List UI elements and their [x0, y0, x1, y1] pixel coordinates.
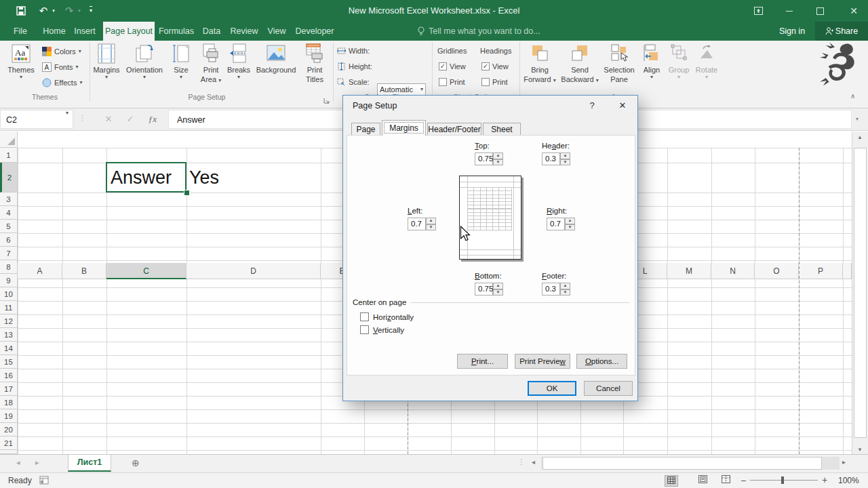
tab-developer[interactable]: Developer: [293, 22, 336, 41]
gridlines-print-checkbox[interactable]: Print: [439, 75, 465, 89]
dialog-tab-margins[interactable]: Margins: [382, 120, 426, 136]
row-header-11[interactable]: 11: [0, 301, 18, 314]
zoom-slider-thumb[interactable]: [781, 476, 784, 484]
breaks-button[interactable]: Breaks ▾: [224, 42, 253, 80]
fill-handle[interactable]: [184, 190, 190, 196]
print-button[interactable]: Print...: [457, 354, 508, 369]
bottom-margin-spin-buttons[interactable]: ▲▼: [493, 283, 503, 296]
header-margin-spin-buttons[interactable]: ▲▼: [560, 152, 570, 165]
row-header-2[interactable]: 2: [0, 163, 18, 192]
scroll-up-icon[interactable]: ▲: [854, 134, 865, 140]
row-header-7[interactable]: 7: [0, 247, 18, 260]
sheet-nav-right-icon[interactable]: ▸: [35, 458, 39, 467]
page-break-view-icon[interactable]: [719, 475, 732, 487]
orientation-button[interactable]: Orientation ▾: [125, 42, 163, 80]
footer-margin-spin-buttons[interactable]: ▲▼: [560, 283, 570, 296]
gridlines-view-checkbox[interactable]: ✓View: [439, 59, 466, 74]
vertical-scroll-thumb[interactable]: [854, 148, 867, 438]
scroll-down-icon[interactable]: ▼: [854, 447, 865, 453]
rotate-button[interactable]: Rotate ▾: [693, 42, 720, 80]
row-header-12[interactable]: 12: [0, 314, 18, 328]
row-header-15[interactable]: 15: [0, 355, 18, 369]
effects-button[interactable]: Effects▾: [42, 75, 82, 90]
tab-scrollbar-splitter[interactable]: ⋮: [518, 458, 524, 466]
maximize-button[interactable]: [808, 0, 832, 22]
hscroll-right-icon[interactable]: ▸: [842, 458, 846, 466]
dialog-title-bar[interactable]: Page Setup ? ✕: [343, 96, 637, 116]
dialog-help-button[interactable]: ?: [584, 100, 600, 110]
ok-button[interactable]: OK: [528, 381, 576, 396]
cancel-button[interactable]: Cancel: [584, 381, 633, 396]
row-header-14[interactable]: 14: [0, 342, 18, 355]
align-button[interactable]: Align ▾: [639, 42, 665, 80]
column-header-D[interactable]: D: [186, 263, 321, 279]
zoom-level[interactable]: 100%: [838, 476, 859, 485]
tab-page-layout[interactable]: Page Layout: [103, 22, 155, 41]
themes-button[interactable]: Aa Themes ▾: [4, 42, 38, 80]
selection-pane-button[interactable]: Selection Pane: [601, 42, 637, 84]
row-header-18[interactable]: 18: [0, 396, 18, 409]
tab-insert[interactable]: Insert: [71, 22, 99, 41]
dialog-tab-header-footer[interactable]: Header/Footer: [427, 123, 481, 136]
tab-review[interactable]: Review: [228, 22, 260, 41]
dialog-tab-sheet[interactable]: Sheet: [483, 123, 521, 136]
print-preview-button[interactable]: Print Preview: [515, 354, 570, 369]
column-header-B[interactable]: B: [62, 263, 106, 279]
column-header-P[interactable]: P: [799, 263, 843, 279]
group-button[interactable]: Group ▾: [666, 42, 692, 80]
row-header-17[interactable]: 17: [0, 382, 18, 396]
name-box[interactable]: C2 ▾: [0, 110, 73, 129]
column-header-C[interactable]: C: [106, 263, 186, 279]
cancel-entry-icon[interactable]: ✕: [99, 108, 118, 130]
zoom-in-button[interactable]: +: [822, 474, 827, 485]
tab-view[interactable]: View: [263, 22, 290, 41]
horizontal-scroll-thumb[interactable]: [542, 457, 822, 470]
row-header-3[interactable]: 3: [0, 192, 18, 206]
zoom-slider-track[interactable]: [750, 480, 818, 481]
sign-in-button[interactable]: Sign in: [773, 22, 811, 41]
tab-data[interactable]: Data: [198, 22, 225, 41]
header-margin-input[interactable]: 0.3: [542, 152, 560, 165]
right-margin-spin-buttons[interactable]: ▲▼: [565, 218, 575, 230]
fonts-button[interactable]: A Fonts▾: [42, 60, 79, 75]
share-button[interactable]: Share: [815, 22, 868, 41]
close-button[interactable]: ✕: [840, 0, 868, 22]
row-header-4[interactable]: 4: [0, 206, 18, 220]
namebox-splitter[interactable]: ⋮: [79, 114, 85, 123]
row-header-5[interactable]: 5: [0, 220, 18, 233]
headings-print-checkbox[interactable]: Print: [481, 75, 508, 89]
row-header-20[interactable]: 20: [0, 423, 18, 436]
sheet-tab-list1[interactable]: Лист1: [68, 455, 111, 472]
options-button[interactable]: Options...: [576, 354, 627, 369]
right-margin-input[interactable]: 0.7: [547, 218, 565, 230]
bottom-margin-input[interactable]: 0.75: [475, 283, 493, 296]
insert-function-icon[interactable]: ƒx: [142, 108, 163, 130]
size-button[interactable]: Size ▾: [165, 42, 197, 80]
colors-button[interactable]: Colors▾: [42, 44, 81, 59]
column-header-N[interactable]: N: [711, 263, 755, 279]
zoom-out-button[interactable]: −: [741, 475, 746, 486]
normal-view-icon[interactable]: [665, 475, 678, 487]
left-margin-input[interactable]: 0.7: [408, 218, 426, 230]
tab-formulas[interactable]: Formulas: [157, 22, 195, 41]
minimize-button[interactable]: [777, 0, 802, 22]
enter-entry-icon[interactable]: ✓: [121, 108, 140, 130]
send-backward-button[interactable]: Send Backward ▾: [560, 42, 599, 84]
vertically-checkbox[interactable]: [360, 325, 369, 334]
column-header-A[interactable]: A: [18, 263, 62, 279]
bring-forward-button[interactable]: Bring Forward ▾: [522, 42, 557, 84]
row-header-6[interactable]: 6: [0, 233, 18, 247]
horizontally-label[interactable]: Horizontally: [373, 313, 414, 321]
page-setup-dialog-launcher-icon[interactable]: [323, 94, 330, 106]
row-header-13[interactable]: 13: [0, 328, 18, 342]
column-header-O[interactable]: O: [755, 263, 799, 279]
left-margin-spin-buttons[interactable]: ▲▼: [426, 218, 436, 230]
row-header-19[interactable]: 19: [0, 409, 18, 423]
print-titles-button[interactable]: Print Titles: [299, 42, 330, 84]
tell-me-box[interactable]: Tell me what you want to do...: [429, 22, 551, 41]
column-header-M[interactable]: M: [667, 263, 711, 279]
collapse-ribbon-icon[interactable]: ∧: [850, 92, 855, 100]
horizontal-scrollbar[interactable]: [541, 457, 840, 470]
dialog-close-button[interactable]: ✕: [614, 100, 631, 110]
row-header-8[interactable]: 8: [0, 260, 18, 274]
